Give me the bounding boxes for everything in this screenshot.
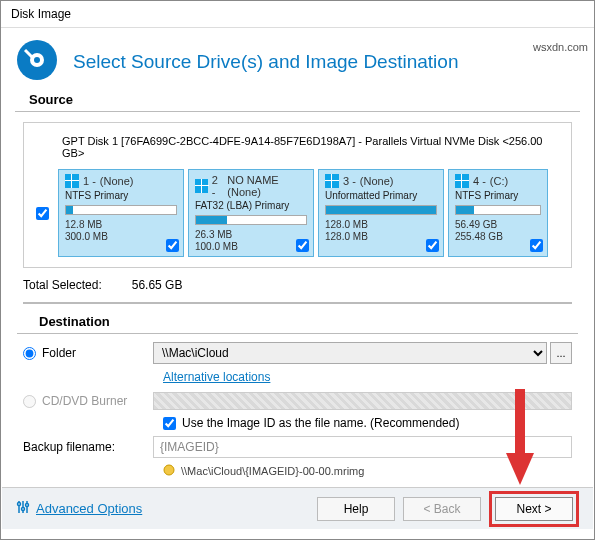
sliders-icon: [16, 500, 30, 517]
advanced-options-link[interactable]: Advanced Options: [16, 500, 142, 517]
partition-usage-bar: [325, 205, 437, 215]
partition-usage-bar: [65, 205, 177, 215]
total-selected-label: Total Selected:: [23, 278, 102, 292]
partition-type: NTFS Primary: [65, 190, 177, 201]
partition-checkbox[interactable]: [166, 239, 179, 252]
folder-radio[interactable]: [23, 347, 36, 360]
partition-used: 56.49 GB: [455, 219, 541, 231]
partition-tile[interactable]: 1 - (None)NTFS Primary12.8 MB300.0 MB: [58, 169, 184, 257]
reflect-icon: [163, 464, 175, 478]
folder-combo[interactable]: \\Mac\iCloud: [153, 342, 547, 364]
output-path: \\Mac\iCloud\{IMAGEID}-00-00.mrimg: [181, 465, 364, 477]
svg-point-10: [22, 508, 25, 511]
svg-point-9: [18, 503, 21, 506]
next-button[interactable]: Next >: [495, 497, 573, 521]
partition-checkbox[interactable]: [296, 239, 309, 252]
source-section-header: Source: [15, 90, 580, 112]
partition-tile[interactable]: 3 - (None)Unformatted Primary128.0 MB128…: [318, 169, 444, 257]
partition-name: NO NAME (None): [227, 174, 307, 198]
svg-point-2: [34, 57, 40, 63]
windows-icon: [455, 174, 469, 188]
cd-dvd-field: [153, 392, 572, 410]
back-button: < Back: [403, 497, 481, 521]
help-button[interactable]: Help: [317, 497, 395, 521]
browse-button[interactable]: ...: [550, 342, 572, 364]
partition-type: FAT32 (LBA) Primary: [195, 200, 307, 211]
partition-type: NTFS Primary: [455, 190, 541, 201]
partition-total: 128.0 MB: [325, 231, 437, 243]
partition-name: (None): [360, 175, 394, 187]
window-title: Disk Image: [1, 1, 594, 28]
partition-type: Unformatted Primary: [325, 190, 437, 201]
svg-point-3: [164, 465, 174, 475]
partition-number: 2 -: [212, 174, 224, 198]
partition-number: 1 -: [83, 175, 96, 187]
partition-total: 100.0 MB: [195, 241, 307, 253]
windows-icon: [195, 179, 208, 193]
partition-used: 26.3 MB: [195, 229, 307, 241]
cd-dvd-label: CD/DVD Burner: [42, 394, 127, 408]
partition-used: 128.0 MB: [325, 219, 437, 231]
partition-number: 4 -: [473, 175, 486, 187]
folder-label: Folder: [42, 346, 76, 360]
partition-checkbox[interactable]: [426, 239, 439, 252]
use-image-id-label: Use the Image ID as the file name. (Reco…: [182, 416, 459, 430]
partition-usage-bar: [455, 205, 541, 215]
app-icon: [15, 38, 59, 86]
source-box: GPT Disk 1 [76FA699C-2BCC-4DFE-9A14-85F7…: [23, 122, 572, 268]
disk-title: GPT Disk 1 [76FA699C-2BCC-4DFE-9A14-85F7…: [32, 133, 563, 169]
cd-dvd-radio: [23, 395, 36, 408]
destination-section-header: Destination: [17, 314, 578, 334]
partition-name: (C:): [490, 175, 508, 187]
partition-total: 300.0 MB: [65, 231, 177, 243]
backup-filename-label: Backup filename:: [23, 440, 143, 454]
svg-point-11: [26, 504, 29, 507]
partition-checkbox[interactable]: [530, 239, 543, 252]
partition-name: (None): [100, 175, 134, 187]
partition-total: 255.48 GB: [455, 231, 541, 243]
page-title: Select Source Drive(s) and Image Destina…: [73, 51, 458, 73]
windows-icon: [325, 174, 339, 188]
use-image-id-checkbox[interactable]: [163, 417, 176, 430]
partition-used: 12.8 MB: [65, 219, 177, 231]
total-selected-value: 56.65 GB: [132, 278, 183, 292]
backup-filename-input[interactable]: [153, 436, 572, 458]
partition-tile[interactable]: 2 - NO NAME (None)FAT32 (LBA) Primary26.…: [188, 169, 314, 257]
watermark: wsxdn.com: [533, 41, 588, 53]
alternative-locations-link[interactable]: Alternative locations: [23, 370, 572, 384]
windows-icon: [65, 174, 79, 188]
partition-number: 3 -: [343, 175, 356, 187]
next-button-highlight: Next >: [489, 491, 579, 527]
partition-usage-bar: [195, 215, 307, 225]
disk-checkbox[interactable]: [36, 207, 49, 220]
partition-tile[interactable]: 4 - (C:)NTFS Primary56.49 GB255.48 GB: [448, 169, 548, 257]
